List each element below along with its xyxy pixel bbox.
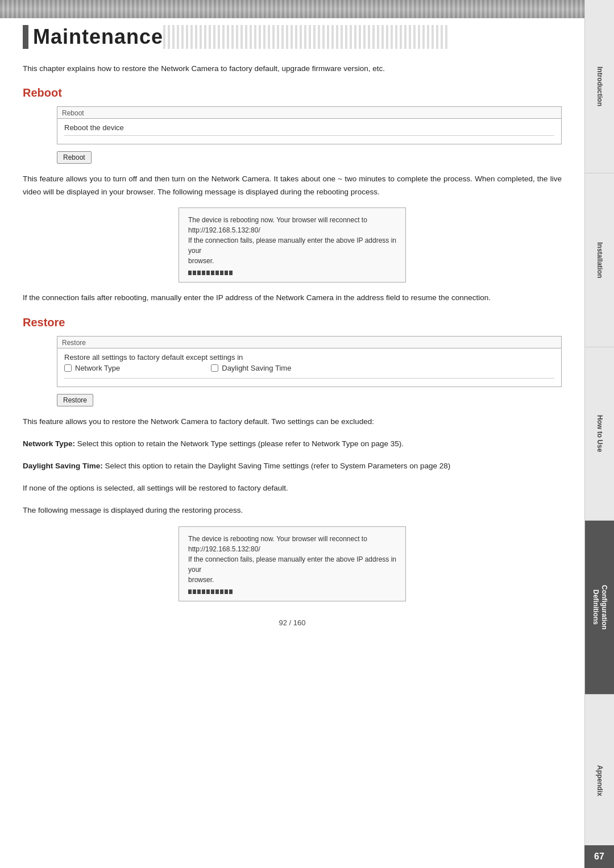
sidebar-page-number-value: 67	[594, 852, 604, 862]
reboot-section: Reboot Reboot Reboot the device Reboot T…	[23, 86, 562, 305]
restore-checkbox-row: Network Type Daylight Saving Time	[64, 362, 554, 375]
network-type-description: Network Type: Select this option to reta…	[23, 438, 562, 451]
restore-dialog-line2: http://192.168.5.132:80/	[188, 544, 396, 554]
restore-panel-title: Restore	[57, 337, 561, 348]
sidebar-tab-installation-label: Installation	[596, 242, 604, 278]
restore-dialog-line4: browser.	[188, 575, 396, 585]
restore-section: Restore Restore Restore all settings to …	[23, 316, 562, 601]
restore-dialog-line3: If the connection fails, please manually…	[188, 554, 396, 575]
network-type-checkbox-item: Network Type	[64, 364, 120, 372]
daylight-checkbox-label: Daylight Saving Time	[222, 364, 291, 372]
reboot-dialog-line3: If the connection fails, please manually…	[188, 235, 396, 256]
restore-panel: Restore Restore all settings to factory …	[57, 336, 562, 387]
reboot-dialog-box: The device is rebooting now. Your browse…	[179, 207, 406, 283]
restore-dialog-line1: The device is rebooting now. Your browse…	[188, 534, 396, 544]
page-footer-text: 92 / 160	[279, 618, 306, 627]
sidebar-tab-appendix-label: Appendix	[596, 765, 604, 796]
restore-panel-divider	[64, 378, 554, 379]
restore-button[interactable]: Restore	[57, 394, 93, 406]
reboot-after-text: If the connection fails after rebooting,…	[23, 292, 562, 305]
reboot-panel-description: Reboot the device	[64, 123, 554, 132]
restore-header: Restore	[23, 316, 562, 329]
reboot-panel-title: Reboot	[57, 107, 561, 119]
restore-following-text: The following message is displayed durin…	[23, 504, 562, 517]
network-type-bold-label: Network Type:	[23, 439, 75, 448]
sidebar-tab-appendix[interactable]: Appendix	[585, 695, 614, 868]
sidebar-tab-configuration-label: ConfigurationDefinitions	[591, 585, 608, 630]
daylight-checkbox[interactable]	[211, 364, 218, 372]
reboot-panel-body: Reboot the device	[57, 119, 561, 144]
page-footer: 92 / 160	[23, 618, 562, 627]
reboot-body-text: This feature allows you to turn off and …	[23, 173, 562, 199]
reboot-dialog-progress	[188, 271, 234, 275]
main-content: Maintenance This chapter explains how to…	[0, 25, 584, 661]
reboot-panel: Reboot Reboot the device	[57, 106, 562, 144]
reboot-dialog-line4: browser.	[188, 256, 396, 266]
top-bar	[0, 0, 614, 18]
restore-body-text1: This feature allows you to restore the N…	[23, 416, 562, 429]
restore-panel-body: Restore all settings to factory default …	[57, 348, 561, 387]
title-pattern	[163, 25, 447, 49]
title-section: Maintenance	[23, 25, 562, 49]
network-type-checkbox-label: Network Type	[75, 364, 120, 372]
sidebar-page-number: 67	[584, 845, 614, 868]
title-icon	[23, 25, 28, 49]
sidebar-tab-introduction-label: Introduction	[596, 67, 604, 106]
network-type-checkbox[interactable]	[64, 364, 72, 372]
top-bar-pattern	[0, 0, 614, 18]
intro-text: This chapter explains how to restore the…	[23, 63, 562, 75]
reboot-header: Reboot	[23, 86, 562, 99]
daylight-description: Daylight Saving Time: Select this option…	[23, 460, 562, 473]
page-title: Maintenance	[33, 25, 163, 48]
network-type-desc: Select this option to retain the Network…	[77, 439, 404, 448]
restore-dialog-progress	[188, 589, 234, 594]
sidebar-tab-installation[interactable]: Installation	[585, 173, 614, 347]
restore-none-selected-text: If none of the options is selected, all …	[23, 482, 562, 495]
reboot-button[interactable]: Reboot	[57, 151, 92, 164]
restore-dialog-box: The device is rebooting now. Your browse…	[179, 526, 406, 601]
reboot-panel-divider	[64, 135, 554, 136]
daylight-checkbox-item: Daylight Saving Time	[211, 364, 291, 372]
restore-panel-description: Restore all settings to factory default …	[64, 353, 554, 362]
right-sidebar: Introduction Installation How to Use Con…	[584, 0, 614, 868]
reboot-dialog-line1: The device is rebooting now. Your browse…	[188, 215, 396, 225]
sidebar-tab-howtouse[interactable]: How to Use	[585, 347, 614, 521]
sidebar-tab-configuration[interactable]: ConfigurationDefinitions	[585, 521, 614, 694]
sidebar-tab-howtouse-label: How to Use	[596, 415, 604, 452]
reboot-dialog-line2: http://192.168.5.132:80/	[188, 225, 396, 235]
daylight-bold-label: Daylight Saving Time:	[23, 462, 103, 470]
daylight-desc: Select this option to retain the Dayligh…	[105, 462, 451, 470]
sidebar-tab-introduction[interactable]: Introduction	[585, 0, 614, 173]
